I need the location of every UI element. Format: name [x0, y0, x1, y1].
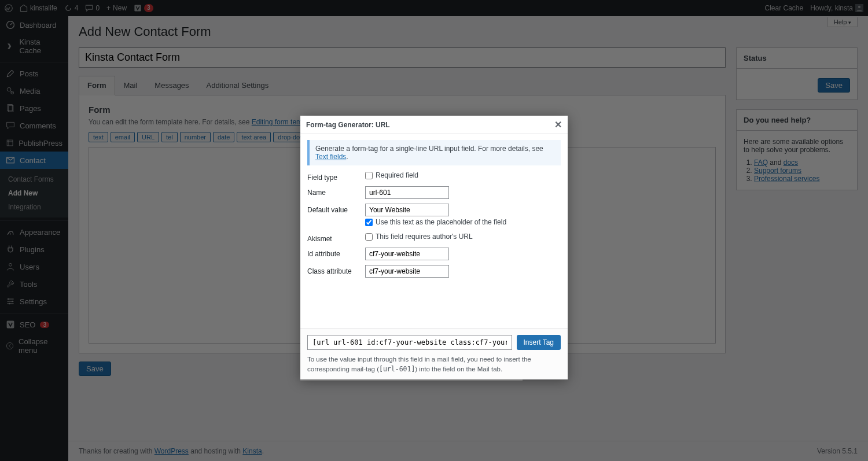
akismet-label: Akismet [307, 233, 365, 243]
akismet-checkbox[interactable] [365, 233, 373, 241]
class-attribute-label: Class attribute [307, 265, 365, 275]
placeholder-label: Use this text as the placeholder of the … [376, 218, 506, 226]
modal-info: Generate a form-tag for a single-line UR… [307, 140, 561, 165]
required-checkbox[interactable] [365, 172, 373, 179]
field-type-label: Field type [307, 171, 365, 182]
insert-tag-button[interactable]: Insert Tag [517, 335, 561, 350]
default-value-label: Default value [307, 204, 365, 214]
name-label: Name [307, 186, 365, 197]
placeholder-checkbox[interactable] [365, 219, 373, 226]
text-fields-link[interactable]: Text fields [315, 153, 346, 161]
name-input[interactable] [365, 186, 449, 199]
required-label: Required field [376, 171, 418, 179]
id-attribute-input[interactable] [365, 248, 449, 260]
close-icon[interactable]: ✕ [554, 119, 562, 130]
default-value-input[interactable] [365, 204, 449, 216]
class-attribute-input[interactable] [365, 265, 449, 278]
generated-tag-output[interactable] [307, 335, 512, 350]
form-tag-generator-modal: Form-tag Generator: URL ✕ Generate a for… [300, 116, 568, 379]
mail-tag-hint: To use the value input through this fiel… [307, 355, 561, 375]
id-attribute-label: Id attribute [307, 248, 365, 258]
akismet-check-label: This field requires author's URL [376, 233, 473, 241]
modal-title: Form-tag Generator: URL [306, 121, 390, 129]
